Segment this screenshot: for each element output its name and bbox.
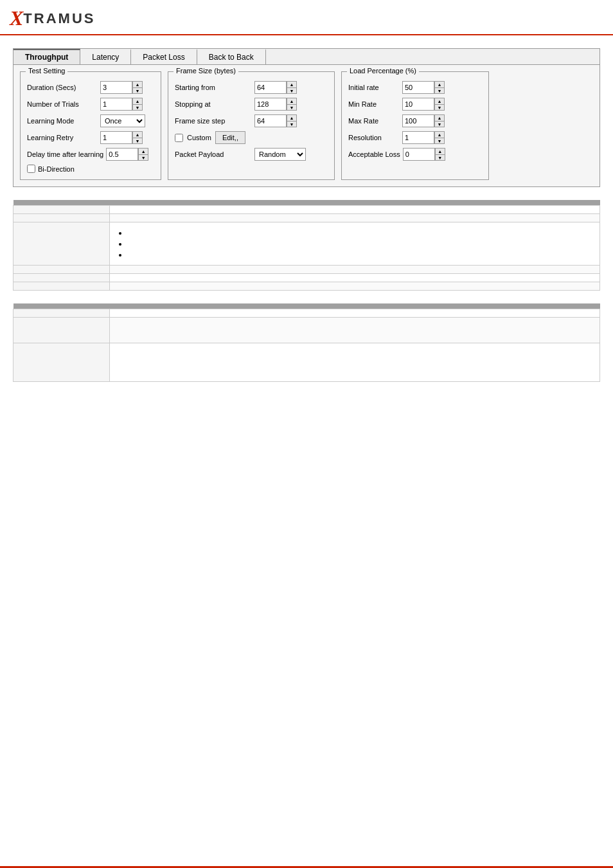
acceptable-loss-up[interactable]: ▲ — [435, 148, 445, 154]
acceptable-loss-spinner[interactable]: ▲ ▼ — [403, 148, 445, 161]
table2-row2-label — [13, 318, 110, 343]
bi-direction-label: Bi-Direction — [38, 165, 75, 173]
table1-row1-value — [110, 206, 600, 214]
list-item — [128, 250, 594, 259]
resolution-up[interactable]: ▲ — [434, 131, 445, 138]
group-load-percentage: Load Percentage (%) Initial rate ▲ ▼ Min… — [341, 71, 489, 180]
learning-mode-label: Learning Mode — [27, 117, 98, 125]
initial-rate-spinner[interactable]: ▲ ▼ — [402, 81, 445, 94]
delay-input[interactable] — [106, 148, 138, 161]
tab-back-to-back[interactable]: Back to Back — [197, 49, 266, 64]
max-rate-label: Max Rate — [348, 117, 400, 125]
duration-input[interactable] — [100, 81, 132, 94]
delay-up[interactable]: ▲ — [138, 148, 148, 154]
tab-throughput[interactable]: Throughput — [13, 49, 80, 64]
table-row — [13, 309, 600, 318]
stopping-at-up[interactable]: ▲ — [287, 98, 297, 104]
data-table-1 — [13, 200, 600, 291]
max-rate-spinner[interactable]: ▲ ▼ — [402, 114, 445, 127]
resolution-input[interactable] — [402, 131, 434, 144]
frame-size-step-input[interactable] — [254, 114, 287, 127]
trials-up[interactable]: ▲ — [132, 98, 143, 104]
delay-spinner-btns: ▲ ▼ — [138, 148, 148, 161]
acceptable-loss-down[interactable]: ▼ — [435, 154, 445, 161]
frame-size-step-up[interactable]: ▲ — [287, 114, 297, 121]
max-rate-down[interactable]: ▼ — [434, 121, 445, 127]
bi-direction-checkbox[interactable] — [27, 165, 35, 173]
duration-down[interactable]: ▼ — [132, 87, 143, 94]
initial-rate-spinner-btns: ▲ ▼ — [434, 81, 445, 94]
min-rate-down[interactable]: ▼ — [434, 104, 445, 111]
duration-spinner[interactable]: ▲ ▼ — [100, 81, 143, 94]
delay-label: Delay time after learning — [27, 150, 103, 158]
delay-row: Delay time after learning ▲ ▼ — [27, 148, 154, 161]
starting-from-input[interactable] — [254, 81, 287, 94]
stopping-at-input[interactable] — [254, 98, 287, 111]
resolution-row: Resolution ▲ ▼ — [348, 131, 482, 144]
max-rate-up[interactable]: ▲ — [434, 114, 445, 121]
acceptable-loss-input[interactable] — [403, 148, 435, 161]
max-rate-row: Max Rate ▲ ▼ — [348, 114, 482, 127]
packet-payload-select[interactable]: Random Fixed Incremental — [254, 148, 306, 161]
frame-size-step-spinner[interactable]: ▲ ▼ — [254, 114, 297, 127]
learning-mode-select[interactable]: Once Always Never — [100, 114, 145, 127]
learning-retry-up[interactable]: ▲ — [132, 131, 143, 138]
starting-from-down[interactable]: ▼ — [287, 87, 297, 94]
duration-label: Duration (Secs) — [27, 84, 98, 91]
learning-retry-spinner-btns: ▲ ▼ — [132, 131, 143, 144]
table1-row6-label — [13, 282, 110, 291]
stopping-at-spinner[interactable]: ▲ ▼ — [254, 98, 297, 111]
delay-spinner[interactable]: ▲ ▼ — [106, 148, 148, 161]
stopping-at-down[interactable]: ▼ — [287, 104, 297, 111]
learning-retry-spinner[interactable]: ▲ ▼ — [100, 131, 143, 144]
trials-input[interactable] — [100, 98, 132, 111]
min-rate-spinner[interactable]: ▲ ▼ — [402, 98, 445, 111]
starting-from-row: Starting from ▲ ▼ — [175, 81, 328, 94]
min-rate-spinner-btns: ▲ ▼ — [434, 98, 445, 111]
trials-down[interactable]: ▼ — [132, 104, 143, 111]
initial-rate-down[interactable]: ▼ — [434, 87, 445, 94]
custom-checkbox[interactable] — [175, 134, 183, 142]
frame-size-step-down[interactable]: ▼ — [287, 121, 297, 127]
duration-up[interactable]: ▲ — [132, 81, 143, 87]
learning-retry-label: Learning Retry — [27, 134, 98, 141]
initial-rate-up[interactable]: ▲ — [434, 81, 445, 87]
frame-size-step-spinner-btns: ▲ ▼ — [287, 114, 297, 127]
table-row — [13, 206, 600, 214]
table2-row2-value — [110, 318, 600, 343]
table-row — [13, 282, 600, 291]
table-row — [13, 214, 600, 222]
logo-tramus: TRAMUS — [23, 10, 95, 27]
tab-packet-loss[interactable]: Packet Loss — [131, 49, 197, 64]
duration-row: Duration (Secs) ▲ ▼ — [27, 81, 154, 94]
delay-down[interactable]: ▼ — [138, 154, 148, 161]
table1-row1-label — [13, 206, 110, 214]
packet-payload-label: Packet Payload — [175, 150, 252, 158]
max-rate-spinner-btns: ▲ ▼ — [434, 114, 445, 127]
starting-from-up[interactable]: ▲ — [287, 81, 297, 87]
learning-retry-input[interactable] — [100, 131, 132, 144]
initial-rate-input[interactable] — [402, 81, 434, 94]
max-rate-input[interactable] — [402, 114, 434, 127]
starting-from-label: Starting from — [175, 84, 252, 91]
stopping-at-spinner-btns: ▲ ▼ — [287, 98, 297, 111]
learning-retry-down[interactable]: ▼ — [132, 138, 143, 144]
custom-row: Custom Edit,, — [175, 131, 328, 144]
starting-from-spinner[interactable]: ▲ ▼ — [254, 81, 297, 94]
list-item — [128, 239, 594, 248]
tab-latency[interactable]: Latency — [80, 49, 131, 64]
min-rate-input[interactable] — [402, 98, 434, 111]
min-rate-up[interactable]: ▲ — [434, 98, 445, 104]
group-test-setting-title: Test Setting — [26, 67, 67, 75]
resolution-down[interactable]: ▼ — [434, 138, 445, 144]
resolution-spinner[interactable]: ▲ ▼ — [402, 131, 445, 144]
trials-label: Number of Trials — [27, 100, 98, 108]
tab-bar: Throughput Latency Packet Loss Back to B… — [13, 49, 600, 65]
tab-panel: Throughput Latency Packet Loss Back to B… — [13, 48, 600, 187]
learning-retry-row: Learning Retry ▲ ▼ — [27, 131, 154, 144]
trials-spinner[interactable]: ▲ ▼ — [100, 98, 143, 111]
acceptable-loss-spinner-btns: ▲ ▼ — [435, 148, 445, 161]
initial-rate-label: Initial rate — [348, 84, 400, 91]
edit-button[interactable]: Edit,, — [215, 131, 245, 144]
frame-size-step-row: Frame size step ▲ ▼ — [175, 114, 328, 127]
